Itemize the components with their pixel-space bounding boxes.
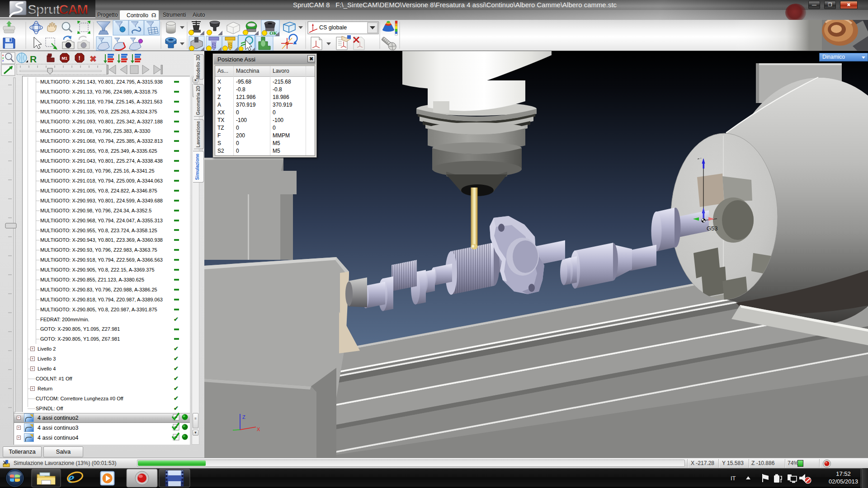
svg-text:Z: Z <box>242 414 245 420</box>
svg-text:z: z <box>2 59 4 62</box>
svg-text:Sprut: Sprut <box>28 2 60 17</box>
svg-text:!: ! <box>79 55 80 61</box>
svg-text:CS globale: CS globale <box>319 24 347 31</box>
svg-text:X: X <box>257 427 260 432</box>
svg-text:IT: IT <box>731 475 736 482</box>
svg-text:CAM: CAM <box>59 2 88 17</box>
svg-text:G53: G53 <box>707 225 718 232</box>
svg-text:M1: M1 <box>62 56 68 61</box>
svg-text:✖: ✖ <box>90 54 97 64</box>
svg-text:R: R <box>30 54 37 64</box>
